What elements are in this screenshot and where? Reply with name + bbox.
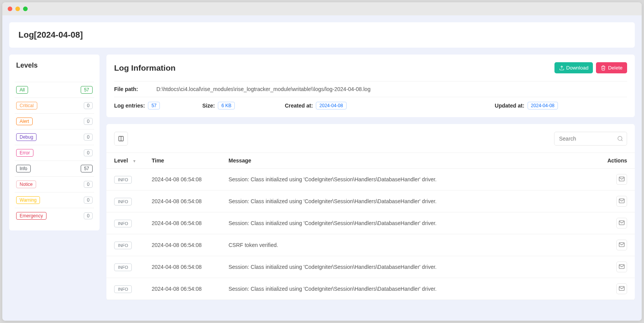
entries-value: 57 (148, 102, 160, 109)
level-filter-warning[interactable]: Warning0 (15, 192, 94, 208)
delete-button[interactable]: Delete (596, 62, 627, 73)
level-filter-info[interactable]: Info57 (15, 161, 94, 176)
levels-sidebar: Levels All57Critical0Alert0Debug0Error0I… (9, 55, 100, 230)
level-count: 0 (84, 102, 93, 109)
table-row: INFO2024-04-08 06:54:08CSRF token verifi… (106, 234, 635, 256)
column-toggle-button[interactable] (114, 132, 128, 146)
level-count: 0 (84, 197, 93, 204)
level-badge: Notice (16, 181, 36, 188)
row-time: 2024-04-08 06:54:08 (144, 256, 221, 278)
search-icon (617, 136, 623, 142)
level-count: 0 (84, 134, 93, 141)
level-badge: All (16, 86, 28, 94)
row-message: Session: Class initialized using 'CodeIg… (221, 169, 596, 190)
level-count: 0 (84, 181, 93, 188)
created-value: 2024-04-08 (316, 102, 346, 109)
file-path-value: D:\htdocs\ci4.local\rise_modules\rise_lo… (156, 86, 370, 92)
row-time: 2024-04-08 06:54:08 (144, 234, 221, 256)
col-level[interactable]: Level▼ (106, 153, 144, 169)
mail-icon (619, 198, 625, 205)
row-time: 2024-04-08 06:54:08 (144, 212, 221, 234)
col-time[interactable]: Time (144, 153, 221, 169)
log-info-card: Log Information Download Delete (106, 55, 635, 117)
mail-icon (619, 220, 625, 227)
level-filter-notice[interactable]: Notice0 (15, 176, 94, 192)
window-titlebar (2, 2, 642, 15)
size-value: 6 KB (218, 102, 235, 109)
table-row: INFO2024-04-08 06:54:08Session: Class in… (106, 278, 635, 300)
row-message: Session: Class initialized using 'CodeIg… (221, 256, 596, 278)
search-input[interactable] (554, 132, 627, 146)
log-table-card: Level▼ Time Message Actions INFO2024-04-… (106, 124, 635, 300)
row-action-mail[interactable] (616, 218, 627, 229)
level-badge: Emergency (16, 212, 46, 220)
level-filter-all[interactable]: All57 (15, 82, 94, 98)
columns-icon (118, 136, 124, 142)
row-message: Session: Class initialized using 'CodeIg… (221, 278, 596, 300)
row-action-mail[interactable] (616, 283, 627, 294)
mail-icon (619, 285, 625, 293)
close-window-icon[interactable] (8, 7, 12, 11)
mail-icon (619, 263, 625, 271)
download-button[interactable]: Download (554, 62, 593, 73)
mail-icon (619, 242, 625, 249)
level-filter-alert[interactable]: Alert0 (15, 113, 94, 129)
row-message: Session: Class initialized using 'CodeIg… (221, 190, 596, 212)
row-action-mail[interactable] (616, 174, 627, 185)
level-badge: Error (16, 149, 33, 157)
file-path-label: File path: (114, 86, 141, 92)
row-level-badge: INFO (114, 242, 132, 249)
updated-label: Updated at: (495, 103, 524, 109)
row-time: 2024-04-08 06:54:08 (144, 190, 221, 212)
row-level-badge: INFO (114, 198, 132, 205)
level-count: 0 (84, 212, 93, 219)
row-message: CSRF token verified. (221, 234, 596, 256)
row-level-badge: INFO (114, 263, 132, 271)
col-actions: Actions (596, 153, 635, 169)
row-time: 2024-04-08 06:54:08 (144, 169, 221, 190)
level-filter-debug[interactable]: Debug0 (15, 129, 94, 145)
table-row: INFO2024-04-08 06:54:08Session: Class in… (106, 169, 635, 190)
row-action-mail[interactable] (616, 196, 627, 207)
level-filter-critical[interactable]: Critical0 (15, 98, 94, 113)
page-header: Log[2024-04-08] (9, 22, 635, 48)
level-filter-emergency[interactable]: Emergency0 (15, 208, 94, 224)
maximize-window-icon[interactable] (23, 7, 28, 11)
entries-label: Log entries: (114, 103, 145, 109)
row-message: Session: Class initialized using 'CodeIg… (221, 212, 596, 234)
level-count: 57 (81, 165, 93, 172)
level-count: 0 (84, 118, 93, 125)
created-label: Created at: (285, 103, 313, 109)
table-row: INFO2024-04-08 06:54:08Session: Class in… (106, 256, 635, 278)
row-action-mail[interactable] (616, 262, 627, 272)
log-table: Level▼ Time Message Actions INFO2024-04-… (106, 152, 635, 300)
svg-line-4 (621, 140, 622, 141)
sidebar-title: Levels (15, 61, 94, 75)
col-message[interactable]: Message (221, 153, 596, 169)
mail-icon (619, 176, 625, 183)
trash-icon (601, 65, 606, 71)
level-count: 0 (84, 149, 93, 156)
sort-desc-icon: ▼ (133, 159, 136, 163)
page-title: Log[2024-04-08] (18, 30, 626, 40)
row-level-badge: INFO (114, 220, 132, 227)
level-count: 57 (81, 86, 93, 94)
level-badge: Alert (16, 118, 33, 125)
level-filter-error[interactable]: Error0 (15, 145, 94, 161)
row-level-badge: INFO (114, 176, 132, 184)
svg-point-3 (618, 136, 622, 141)
row-level-badge: INFO (114, 285, 132, 293)
level-badge: Warning (16, 196, 40, 204)
size-label: Size: (202, 103, 215, 109)
level-badge: Critical (16, 102, 37, 109)
row-action-mail[interactable] (616, 240, 627, 250)
table-row: INFO2024-04-08 06:54:08Session: Class in… (106, 212, 635, 234)
updated-value: 2024-04-08 (528, 102, 558, 109)
upload-icon (559, 65, 564, 71)
minimize-window-icon[interactable] (15, 7, 20, 11)
row-time: 2024-04-08 06:54:08 (144, 278, 221, 300)
log-info-title: Log Information (114, 63, 176, 73)
level-badge: Debug (16, 133, 37, 141)
level-badge: Info (16, 165, 31, 172)
table-row: INFO2024-04-08 06:54:08Session: Class in… (106, 190, 635, 212)
